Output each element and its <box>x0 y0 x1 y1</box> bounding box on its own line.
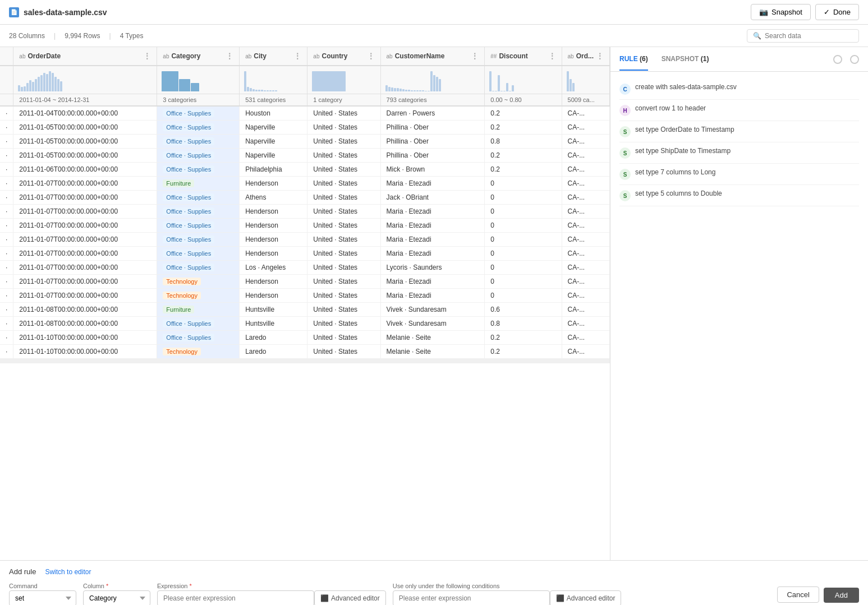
table-cell: Maria · Etezadi <box>380 176 485 190</box>
table-cell: CA-... <box>562 134 609 148</box>
row-marker-header <box>0 47 13 66</box>
radio-option-1[interactable] <box>833 55 842 64</box>
table-cell: 2011-01-07T00:00:00.000+00:00 <box>13 204 157 218</box>
table-cell: United · States <box>307 274 380 288</box>
table-cell: CA-... <box>562 260 609 274</box>
table-cell: 2011-01-10T00:00:00.000+00:00 <box>13 330 157 344</box>
table-cell: CA-... <box>562 218 609 232</box>
table-cell: 2011-01-07T00:00:00.000+00:00 <box>13 246 157 260</box>
table-cell: 0 <box>485 232 562 246</box>
panel-tabs: RULE (6) SNAPSHOT (1) <box>610 47 868 72</box>
col-menu-icon[interactable]: ⋮ <box>548 52 556 61</box>
switch-editor-link[interactable]: Switch to editor <box>45 568 91 576</box>
table-cell: 2011-01-05T00:00:00.000+00:00 <box>13 134 157 148</box>
search-input[interactable] <box>765 32 843 40</box>
columns-count: 28 Columns <box>9 32 45 40</box>
rule-item[interactable]: C create with sales-data-sample.csv <box>619 78 859 100</box>
table-row: ·2011-01-04T00:00:00.000+00:00Office · S… <box>0 106 610 121</box>
table-cell: Office · Supplies <box>157 190 240 204</box>
tab-snapshot[interactable]: SNAPSHOT (1) <box>662 48 709 71</box>
table-cell: Office · Supplies <box>157 134 240 148</box>
command-label: Command <box>9 583 76 589</box>
table-row: ·2011-01-07T00:00:00.000+00:00Technology… <box>0 288 610 302</box>
table-cell: Technology <box>157 344 240 358</box>
col-header-discount[interactable]: ## Discount ⋮ <box>485 47 562 66</box>
table-cell: Maria · Etezadi <box>380 288 485 302</box>
cancel-button[interactable]: Cancel <box>777 586 819 603</box>
table-cell: 2011-01-08T00:00:00.000+00:00 <box>13 316 157 330</box>
editor-icon: ⬛ <box>320 594 329 602</box>
table-row: ·2011-01-07T00:00:00.000+00:00Office · S… <box>0 260 610 274</box>
rule-icon: S <box>619 147 631 159</box>
data-table: ab OrderDate ⋮ ab Category ⋮ ab City <box>0 47 610 359</box>
rule-item[interactable]: H convert row 1 to header <box>619 100 859 121</box>
table-cell: 0.2 <box>485 330 562 344</box>
add-button[interactable]: Add <box>824 588 859 603</box>
expression-input[interactable] <box>157 590 314 605</box>
range-country: 1 category <box>307 94 380 106</box>
right-panel: RULE (6) SNAPSHOT (1) C create with sale… <box>610 47 868 560</box>
range-city: 531 categories <box>240 94 307 106</box>
table-cell: Huntsville <box>240 316 307 330</box>
col-header-category[interactable]: ab Category ⋮ <box>157 47 240 66</box>
rule-item[interactable]: S set type OrderDate to Timestamp <box>619 121 859 142</box>
col-menu-icon[interactable]: ⋮ <box>367 52 375 61</box>
table-cell: Athens <box>240 190 307 204</box>
radio-option-2[interactable] <box>850 55 859 64</box>
col-menu-icon[interactable]: ⋮ <box>226 52 233 61</box>
table-cell: United · States <box>307 162 380 176</box>
table-cell: Laredo <box>240 330 307 344</box>
column-select[interactable]: Category <box>83 590 150 605</box>
data-grid[interactable]: ab OrderDate ⋮ ab Category ⋮ ab City <box>0 47 610 560</box>
snapshot-button[interactable]: 📷 Snapshot <box>751 4 811 20</box>
editor-icon2: ⬛ <box>556 594 564 602</box>
command-group: Command set <box>9 583 76 605</box>
row-marker: · <box>0 176 13 190</box>
rule-item[interactable]: S set type 7 columns to Long <box>619 164 859 185</box>
rows-count: 9,994 Rows <box>65 32 100 40</box>
done-button[interactable]: ✓ Done <box>815 4 859 20</box>
tab-rule[interactable]: RULE (6) <box>619 48 648 71</box>
col-header-customername[interactable]: ab CustomerName ⋮ <box>380 47 485 66</box>
col-menu-icon[interactable]: ⋮ <box>293 52 301 61</box>
col-header-city[interactable]: ab City ⋮ <box>240 47 307 66</box>
condition-input[interactable] <box>393 590 550 605</box>
horizontal-scrollbar[interactable] <box>0 359 610 363</box>
col-header-orderdate[interactable]: ab OrderDate ⋮ <box>13 47 157 66</box>
table-cell: 0.8 <box>485 134 562 148</box>
table-row: ·2011-01-05T00:00:00.000+00:00Office · S… <box>0 148 610 162</box>
row-marker: · <box>0 274 13 288</box>
table-cell: Maria · Etezadi <box>380 204 485 218</box>
table-cell: CA-... <box>562 246 609 260</box>
rule-item[interactable]: S set type 5 columns to Double <box>619 185 859 206</box>
check-icon: ✓ <box>824 8 830 16</box>
rule-text: set type OrderDate to Timestamp <box>635 126 734 133</box>
table-cell: 0.2 <box>485 106 562 121</box>
table-cell: 2011-01-05T00:00:00.000+00:00 <box>13 120 157 134</box>
expression-advanced-editor-button[interactable]: ⬛ Advanced editor <box>314 590 386 605</box>
table-row: ·2011-01-07T00:00:00.000+00:00Office · S… <box>0 232 610 246</box>
col-menu-icon[interactable]: ⋮ <box>143 52 151 61</box>
table-row: ·2011-01-10T00:00:00.000+00:00Technology… <box>0 344 610 358</box>
row-marker: · <box>0 330 13 344</box>
col-menu-icon[interactable]: ⋮ <box>596 52 604 61</box>
table-cell: Office · Supplies <box>157 316 240 330</box>
col-menu-icon[interactable]: ⋮ <box>471 52 479 61</box>
add-rule-label: Add rule <box>9 567 36 576</box>
rule-item[interactable]: S set type ShipDate to Timestamp <box>619 142 859 164</box>
table-cell: 0.2 <box>485 120 562 134</box>
col-header-country[interactable]: ab Country ⋮ <box>307 47 380 66</box>
types-count: 4 Types <box>120 32 144 40</box>
histogram-country <box>307 66 380 94</box>
add-rule-row: Add rule Switch to editor <box>9 567 859 576</box>
command-select[interactable]: set <box>9 590 76 605</box>
table-cell: United · States <box>307 288 380 302</box>
row-marker: · <box>0 190 13 204</box>
condition-advanced-editor-button[interactable]: ⬛ Advanced editor <box>550 590 622 605</box>
table-row: ·2011-01-08T00:00:00.000+00:00FurnitureH… <box>0 302 610 316</box>
search-box[interactable]: 🔍 <box>747 29 859 43</box>
condition-group: Use only under the following conditions … <box>393 583 622 605</box>
col-header-ord[interactable]: ab Ord... ⋮ <box>562 47 609 66</box>
row-marker: · <box>0 288 13 302</box>
table-cell: CA-... <box>562 330 609 344</box>
